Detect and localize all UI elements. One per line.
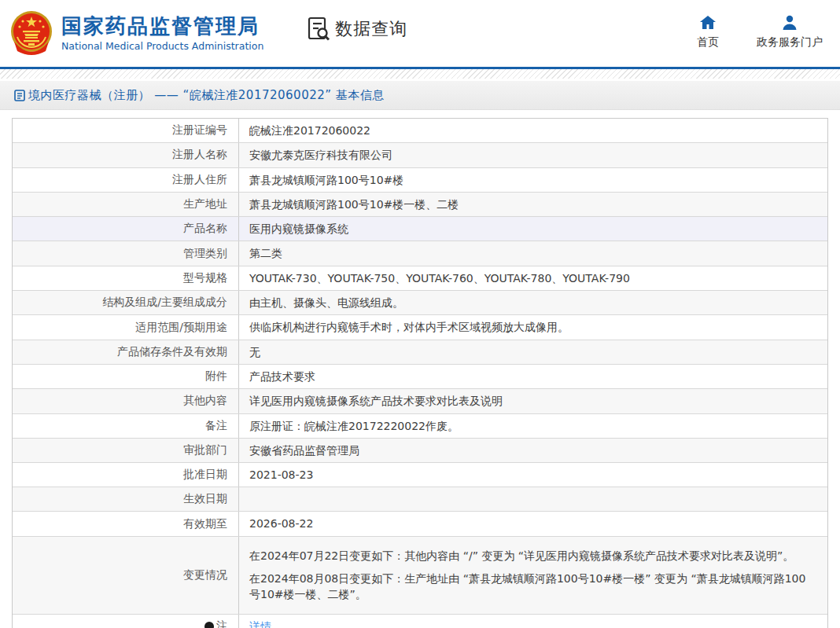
table-row-change-history: 变更情况 在2024年07月22日变更如下：其他内容由 “/” 变更为 “详见医…	[13, 537, 827, 615]
table-row: 备注 原注册证：皖械注准20172220022作废。	[13, 414, 827, 439]
site-title-block: 国家药品监督管理局 National Medical Products Admi…	[61, 15, 263, 52]
row-value: YOUTAK-730、YOUTAK-750、YOUTAK-760、YOUTAK-…	[239, 266, 827, 290]
row-value: 安徽尤泰克医疗科技有限公司	[239, 143, 827, 167]
table-row: 附件 产品技术要求	[13, 365, 827, 389]
site-header: 国家药品监督管理局 National Medical Products Admi…	[0, 0, 840, 67]
balloon-icon	[204, 622, 214, 628]
note-label: 注	[216, 619, 227, 628]
person-icon	[781, 14, 798, 31]
nav-gov-portal-label: 政务服务门户	[757, 35, 823, 50]
row-value: 医用内窥镜摄像系统	[239, 217, 827, 241]
row-label: 变更情况	[13, 537, 239, 614]
table-row: 注册证编号 皖械注准20172060022	[13, 119, 827, 143]
details-link[interactable]: 详情	[249, 620, 271, 628]
table-row: 产品储存条件及有效期 无	[13, 340, 827, 365]
nav-home[interactable]: 首页	[697, 14, 719, 50]
table-row: 型号规格 YOUTAK-730、YOUTAK-750、YOUTAK-760、YO…	[13, 266, 827, 291]
detail-table: 注册证编号 皖械注准20172060022 注册人名称 安徽尤泰克医疗科技有限公…	[12, 118, 828, 628]
table-row: 产品名称 医用内窥镜摄像系统	[13, 217, 827, 241]
row-value: 第二类	[239, 241, 827, 265]
data-query-label: 数据查询	[335, 17, 407, 41]
row-label: 有效期至	[13, 512, 239, 535]
row-value: 原注册证：皖械注准20172220022作废。	[239, 414, 827, 438]
table-row: 适用范围/预期用途 供临床机构进行内窥镜手术时，对体内手术区域视频放大成像用。	[13, 315, 827, 340]
row-value: 安徽省药品监督管理局	[239, 439, 827, 462]
row-label: 适用范围/预期用途	[13, 315, 239, 339]
table-row: 其他内容 详见医用内窥镜摄像系统产品技术要求对比表及说明	[13, 389, 827, 413]
table-row: 批准日期 2021-08-23	[13, 463, 827, 487]
row-label: 注册人名称	[13, 143, 239, 167]
document-list-icon	[14, 90, 25, 101]
table-row: 生效日期	[13, 487, 827, 512]
row-label: 注册证编号	[13, 119, 239, 142]
breadcrumb: 境内医疗器械（注册） —— “皖械注准20172060022” 基本信息	[0, 81, 840, 110]
table-row: 生产地址 萧县龙城镇顺河路100号10#楼一楼、二楼	[13, 193, 827, 217]
row-label: 批准日期	[13, 463, 239, 487]
row-value: 详见医用内窥镜摄像系统产品技术要求对比表及说明	[239, 389, 827, 413]
change-entry: 在2024年08月08日变更如下：生产地址由 “萧县龙城镇顺河路100号10#楼…	[249, 571, 815, 603]
row-label: 生产地址	[13, 193, 239, 216]
hatch-strip	[0, 69, 840, 79]
row-label: 注	[13, 615, 239, 628]
site-title-cn: 国家药品监督管理局	[61, 15, 263, 39]
change-entry: 在2024年07月22日变更如下：其他内容由 “/” 变更为 “详见医用内窥镜摄…	[249, 548, 815, 564]
row-value: 萧县龙城镇顺河路100号10#楼	[239, 168, 827, 192]
data-query-icon	[307, 17, 330, 42]
top-nav: 首页 政务服务门户	[697, 14, 823, 50]
breadcrumb-text: 境内医疗器械（注册） —— “皖械注准20172060022” 基本信息	[28, 88, 385, 103]
row-label: 管理类别	[13, 241, 239, 265]
row-label: 审批部门	[13, 439, 239, 462]
table-row-note: 注 详情	[13, 615, 827, 628]
row-value: 皖械注准20172060022	[239, 119, 827, 142]
row-value: 详情	[239, 615, 827, 628]
table-row: 注册人名称 安徽尤泰克医疗科技有限公司	[13, 143, 827, 167]
table-row: 注册人住所 萧县龙城镇顺河路100号10#楼	[13, 168, 827, 193]
home-icon	[699, 14, 717, 31]
row-label: 生效日期	[13, 487, 239, 511]
table-row: 审批部门 安徽省药品监督管理局	[13, 439, 827, 463]
row-value: 2026-08-22	[239, 512, 827, 535]
row-value: 萧县龙城镇顺河路100号10#楼一楼、二楼	[239, 193, 827, 216]
row-value: 由主机、摄像头、电源线组成。	[239, 291, 827, 314]
table-row: 有效期至 2026-08-22	[13, 512, 827, 536]
row-label: 附件	[13, 365, 239, 388]
row-label: 结构及组成/主要组成成分	[13, 291, 239, 314]
row-value: 产品技术要求	[239, 365, 827, 388]
row-label: 型号规格	[13, 266, 239, 290]
nav-home-label: 首页	[697, 35, 719, 50]
row-value: 供临床机构进行内窥镜手术时，对体内手术区域视频放大成像用。	[239, 315, 827, 339]
row-value: 无	[239, 340, 827, 364]
row-value: 在2024年07月22日变更如下：其他内容由 “/” 变更为 “详见医用内窥镜摄…	[239, 537, 827, 614]
nav-gov-portal[interactable]: 政务服务门户	[757, 14, 823, 50]
data-query-tab[interactable]: 数据查询	[307, 17, 407, 42]
site-title-en: National Medical Products Administration	[61, 40, 263, 52]
row-label: 其他内容	[13, 389, 239, 413]
row-value	[239, 495, 827, 503]
row-value: 2021-08-23	[239, 463, 827, 487]
table-row: 结构及组成/主要组成成分 由主机、摄像头、电源线组成。	[13, 291, 827, 315]
row-label: 注册人住所	[13, 168, 239, 192]
main-content: 注册证编号 皖械注准20172060022 注册人名称 安徽尤泰克医疗科技有限公…	[0, 110, 840, 628]
row-label: 备注	[13, 414, 239, 438]
row-label: 产品名称	[13, 217, 239, 241]
national-emblem-icon	[9, 10, 53, 57]
row-label: 产品储存条件及有效期	[13, 340, 239, 364]
site-logo[interactable]: 国家药品监督管理局 National Medical Products Admi…	[9, 10, 263, 57]
table-row: 管理类别 第二类	[13, 241, 827, 266]
